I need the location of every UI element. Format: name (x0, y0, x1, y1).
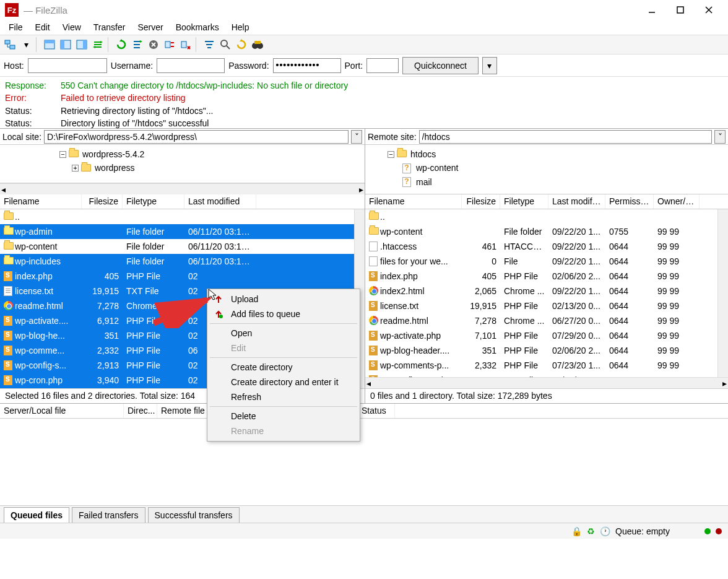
remote-hscroll[interactable]: ◂▸ (365, 377, 728, 388)
maximize-button[interactable] (666, 1, 695, 19)
username-label: Username: (111, 61, 153, 71)
remote-row[interactable]: files for your we...0File09/22/20 1...06… (365, 254, 717, 269)
local-row[interactable]: wp-includesFile folder06/11/20 03:18... (0, 254, 354, 269)
remote-row[interactable]: index2.html2,065Chrome ...09/22/20 1...0… (365, 284, 717, 298)
password-input[interactable]: •••••••••••• (273, 58, 341, 73)
remote-vscroll[interactable] (717, 209, 728, 377)
quickconnect-dropdown[interactable]: ▾ (482, 57, 497, 74)
remote-tree[interactable]: −htdocs ?wp-content ?mail (365, 145, 728, 194)
ctx-upload[interactable]: Upload (209, 292, 358, 307)
menu-transfer[interactable]: Transfer (89, 21, 131, 33)
message-log[interactable]: Response:550 Can't change directory to /… (0, 77, 728, 129)
ctx-add-queue[interactable]: Add files to queue (209, 307, 358, 321)
add-queue-icon (214, 309, 223, 319)
titlebar: Fz — FileZilla (0, 0, 728, 20)
ctx-delete[interactable]: Delete (209, 409, 358, 424)
close-button[interactable] (695, 1, 723, 19)
quickconnect-button[interactable]: Quickconnect (402, 57, 479, 74)
remote-path-dropdown[interactable]: ˅ (714, 130, 726, 144)
local-path-input[interactable] (44, 130, 349, 144)
menu-view[interactable]: View (58, 21, 86, 33)
recycle-icon[interactable]: ♻ (587, 526, 595, 536)
queue-header[interactable]: Server/Local file Direc... Remote file S… (0, 404, 728, 419)
sitemanager-icon[interactable] (2, 37, 17, 52)
tab-failed[interactable]: Failed transfers (72, 507, 145, 523)
remote-row[interactable]: wp-comments-p...2,332PHP File07/23/20 1.… (365, 358, 717, 373)
search-icon[interactable] (218, 37, 233, 52)
toggle-queue-icon[interactable] (90, 37, 105, 52)
remote-row[interactable]: wp-config-sampl...2,913PHP File02/06/20 … (365, 373, 717, 377)
main-area: Local site: ˅ −wordpress-5.4.2 +wordpres… (0, 129, 728, 404)
svg-rect-7 (45, 40, 54, 43)
led-red-icon (716, 528, 722, 534)
binoculars-icon[interactable] (250, 37, 265, 52)
ctx-create-enter[interactable]: Create directory and enter it (209, 375, 358, 390)
svg-rect-4 (5, 40, 10, 44)
window-title: — FileZilla (24, 5, 638, 15)
local-row[interactable]: .. (0, 209, 354, 224)
toggle-tree-icon[interactable] (58, 37, 73, 52)
menu-help[interactable]: Help (227, 21, 254, 33)
ctx-refresh[interactable]: Refresh (209, 390, 358, 404)
port-input[interactable] (366, 58, 399, 73)
local-row[interactable]: index.php405PHP File02 (0, 269, 354, 284)
app-icon: Fz (5, 3, 19, 17)
local-row[interactable]: wp-contentFile folder06/11/20 03:18... (0, 239, 354, 254)
lock-icon[interactable]: 🔒 (571, 526, 582, 536)
local-list-header[interactable]: Filename Filesize Filetype Last modified (0, 194, 365, 209)
bottom-tabs: Queued files Failed transfers Successful… (0, 505, 728, 523)
menu-edit[interactable]: Edit (30, 21, 55, 33)
remote-row[interactable]: wp-activate.php7,101PHP File07/29/20 0..… (365, 328, 717, 343)
toggle-remote-tree-icon[interactable] (74, 37, 89, 52)
svg-rect-5 (10, 45, 15, 49)
queue-list[interactable] (0, 419, 728, 505)
remote-path-input[interactable] (419, 130, 712, 144)
local-row[interactable]: wp-adminFile folder06/11/20 03:18... (0, 224, 354, 239)
toolbar: ▾ (0, 35, 728, 54)
led-green-icon (704, 528, 711, 534)
log-text: Directory listing of "/htdocs" successfu… (61, 117, 209, 129)
local-tree[interactable]: −wordpress-5.4.2 +wordpress (0, 145, 365, 183)
svg-rect-19 (254, 41, 261, 44)
log-label: Response: (5, 79, 61, 92)
tab-successful[interactable]: Successful transfers (148, 507, 240, 523)
remote-pane: Remote site: ˅ −htdocs ?wp-content ?mail… (365, 129, 728, 403)
process-queue-icon[interactable] (130, 37, 145, 52)
remote-row[interactable]: .. (365, 209, 717, 224)
dropdown-icon[interactable]: ▾ (19, 37, 33, 52)
statusbar: 🔒 ♻ 🕐 Queue: empty (0, 523, 728, 539)
username-input[interactable] (157, 58, 225, 73)
tab-queued[interactable]: Queued files (4, 507, 69, 523)
host-label: Host: (4, 61, 24, 71)
remote-row[interactable]: license.txt19,915PHP File02/13/20 0...06… (365, 298, 717, 313)
minimize-button[interactable] (638, 1, 666, 19)
remote-file-list[interactable]: ..wp-contentFile folder09/22/20 1...0755… (365, 209, 717, 377)
remote-list-header[interactable]: Filename Filesize Filetype Last modifi..… (365, 194, 728, 209)
quickconnect-bar: Host: Username: Password: •••••••••••• P… (0, 54, 728, 77)
host-input[interactable] (28, 58, 107, 73)
refresh-icon[interactable] (114, 37, 129, 52)
cancel-icon[interactable] (146, 37, 161, 52)
menu-server[interactable]: Server (132, 21, 168, 33)
local-tree-hscroll[interactable]: ◂▸ (0, 183, 365, 194)
remote-row[interactable]: .htaccess461HTACCE...09/22/20 1...064499… (365, 239, 717, 254)
disconnect-icon[interactable] (162, 37, 177, 52)
menubar: File Edit View Transfer Server Bookmarks… (0, 20, 728, 35)
remote-row[interactable]: index.php405PHP File02/06/20 2...064499 … (365, 269, 717, 284)
remote-row[interactable]: wp-blog-header....351PHP File02/06/20 2.… (365, 343, 717, 358)
log-label: Status: (5, 105, 61, 117)
ctx-create-dir[interactable]: Create directory (209, 360, 358, 375)
queue-label: Queue: empty (615, 526, 670, 536)
compare-icon[interactable] (234, 37, 249, 52)
port-label: Port: (345, 61, 363, 71)
menu-bookmarks[interactable]: Bookmarks (171, 21, 224, 33)
filter-icon[interactable] (202, 37, 217, 52)
remote-row[interactable]: readme.html7,278Chrome ...06/27/20 0...0… (365, 313, 717, 328)
remote-row[interactable]: wp-contentFile folder09/22/20 1...075599… (365, 224, 717, 239)
menu-file[interactable]: File (4, 21, 28, 33)
local-path-dropdown[interactable]: ˅ (351, 130, 362, 144)
clock-icon[interactable]: 🕐 (600, 526, 610, 536)
toggle-log-icon[interactable] (42, 37, 57, 52)
reconnect-icon[interactable] (178, 37, 193, 52)
ctx-open[interactable]: Open (209, 326, 358, 341)
